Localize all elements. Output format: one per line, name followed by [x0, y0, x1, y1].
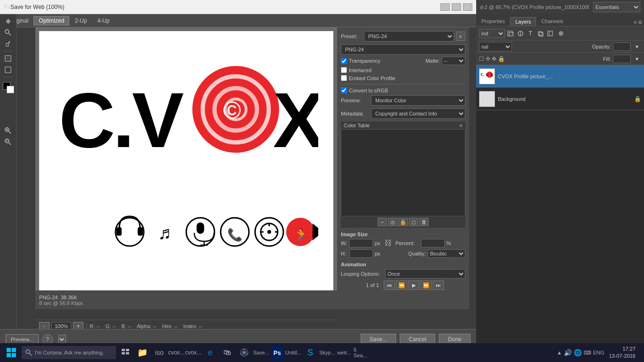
tab-properties[interactable]: Properties [476, 16, 510, 26]
svg-text:📞: 📞 [227, 227, 243, 242]
taskbar-app-store[interactable]: 🛍 [220, 344, 235, 361]
ps-tool-4[interactable] [536, 29, 545, 38]
blend-mode-1[interactable]: ind [479, 29, 505, 38]
image-size-title: Image Size [341, 231, 465, 237]
preset-select[interactable]: PNG-24 [364, 31, 454, 41]
taskbar-app-skyp2[interactable]: Skyp... [320, 344, 335, 361]
matte-select[interactable]: -- [442, 57, 465, 65]
taskbar-app-1[interactable]: iso [152, 344, 167, 361]
width-input[interactable]: 732 [349, 239, 373, 247]
anim-play-btn[interactable]: ▶ [408, 280, 420, 290]
metadata-select[interactable]: Copyright and Contact Info [371, 108, 465, 119]
tab-optimized[interactable]: Optimized [33, 16, 69, 25]
svg-line-4 [8, 41, 10, 43]
taskbar-app-wetr[interactable]: wetr... [337, 344, 352, 361]
svg-rect-62 [12, 348, 16, 352]
zoom-tool[interactable] [2, 27, 14, 38]
opacity-input[interactable]: 100% [613, 42, 631, 51]
percent-input[interactable]: 100 [421, 239, 445, 247]
maximize-btn[interactable]: □ [452, 3, 461, 11]
lock-icon-3[interactable]: ✥ [492, 56, 496, 62]
interlaced-checkbox[interactable] [341, 67, 347, 73]
w-label: W: [341, 240, 347, 246]
svg-point-37 [267, 230, 271, 234]
layer-item-background[interactable]: Background 🔒 [476, 88, 644, 110]
fill-label: Fill: [603, 56, 611, 62]
taskbar-app-untitled[interactable]: Untitl... [286, 344, 301, 361]
ps-tool-2[interactable] [516, 29, 525, 38]
looping-select[interactable]: Once [385, 269, 465, 279]
opacity-arrow-icon[interactable]: ▾ [633, 42, 641, 51]
ps-tool-3[interactable]: T [526, 29, 535, 38]
taskbar-app-chrome[interactable] [237, 344, 252, 361]
anim-first-btn[interactable]: ⏮ [384, 280, 395, 290]
tab-layers[interactable]: Layers [510, 17, 536, 26]
ct-btn-2[interactable]: ◎ [388, 218, 397, 226]
height-input[interactable]: 555 [349, 249, 373, 258]
tray-volume-icon[interactable]: 🔊 [564, 349, 572, 356]
interlaced-label: Interlaced [349, 67, 372, 73]
lock-icon-1[interactable]: ☐ [479, 56, 484, 62]
taskbar-app-saveweb[interactable]: Save... [254, 344, 269, 361]
transparency-label: Transparency [349, 58, 380, 64]
taskbar-app-skype[interactable]: S [303, 344, 318, 361]
ct-btn-4[interactable]: ◻ [409, 218, 418, 226]
zoom-in-tool[interactable] [2, 125, 14, 136]
file-explorer-btn[interactable]: 📁 [135, 344, 150, 361]
slice-select-tool[interactable] [2, 65, 14, 75]
anim-last-btn[interactable]: ⏭ [433, 280, 444, 290]
taskbar-app-sea[interactable]: 6 Sea... [354, 344, 369, 361]
ps-tool-6[interactable] [556, 29, 564, 38]
tray-lang-label[interactable]: ENG [593, 350, 604, 355]
panel-menu-icon[interactable]: ≡ [638, 18, 642, 26]
minimize-btn[interactable]: ─ [440, 3, 450, 11]
dropdown-row [58, 335, 66, 344]
tray-network-icon[interactable]: 🌐 [574, 349, 582, 356]
ct-btn-1[interactable]: ↔ [378, 218, 387, 226]
svg-rect-49 [548, 31, 553, 36]
taskbar-app-cvox[interactable]: cvox... [169, 344, 184, 361]
ps-tool-1[interactable] [506, 29, 515, 38]
taskbar-app-ps[interactable]: Ps [271, 346, 284, 359]
anim-prev-btn[interactable]: ⏪ [396, 280, 407, 290]
ct-btn-5[interactable]: 🗑 [419, 218, 429, 226]
preview-dropdown[interactable] [58, 335, 66, 344]
transparency-checkbox[interactable] [341, 58, 347, 64]
preview-select[interactable]: Monitor Color [371, 95, 465, 106]
taskbar-app-cvox2[interactable]: cvox... [186, 344, 201, 361]
taskview-btn[interactable] [118, 344, 133, 361]
hand-tool[interactable]: ✥ [2, 16, 14, 26]
format-size-info: PNG-24 38.36K [39, 295, 333, 300]
lock-icon-2[interactable]: ✣ [486, 56, 490, 62]
eyedropper-tool[interactable] [2, 39, 14, 49]
tab-channels[interactable]: Channels [536, 16, 568, 26]
lock-icon-4[interactable]: 🔒 [498, 56, 505, 62]
preset-menu-btn[interactable]: ≡ [456, 32, 465, 41]
taskbar-app-edge[interactable]: e [203, 344, 218, 361]
ps-tool-5[interactable] [546, 29, 554, 38]
start-button[interactable] [3, 344, 20, 361]
fill-input[interactable]: 100% [613, 55, 631, 63]
quality-select[interactable]: Bicubic [428, 249, 465, 258]
panel-collapse-icon[interactable]: « [634, 19, 637, 25]
background-color[interactable] [7, 86, 14, 93]
color-table-menu-icon[interactable]: ≡ [460, 123, 462, 128]
zoom-out-tool[interactable] [2, 137, 14, 147]
cortana-search[interactable]: I'm Cortana. Ask me anything. [22, 346, 116, 359]
fill-arrow-icon[interactable]: ▾ [633, 55, 641, 63]
convert-srgb-checkbox[interactable] [341, 87, 347, 93]
slice-tool[interactable] [2, 53, 14, 64]
embed-color-checkbox[interactable] [341, 75, 347, 81]
tab-2up[interactable]: 2-Up [69, 16, 92, 25]
tray-expand-btn[interactable]: ▲ [557, 350, 562, 355]
close-btn[interactable]: ✕ [463, 3, 472, 11]
blend-mode-2[interactable]: nal [479, 42, 512, 51]
ct-btn-3[interactable]: 🔒 [398, 218, 408, 226]
svg-text:©: © [223, 97, 241, 124]
anim-next-btn[interactable]: ⏩ [421, 280, 432, 290]
essentials-select[interactable]: Essentials [593, 2, 640, 12]
tray-keyboard-icon[interactable]: ⌨ [584, 350, 591, 356]
layer-item-cvox[interactable]: C. V X CVOX Profile picture_... [476, 65, 644, 88]
tab-4up[interactable]: 4-Up [92, 16, 115, 25]
format-select[interactable]: PNG-24 [341, 44, 465, 55]
